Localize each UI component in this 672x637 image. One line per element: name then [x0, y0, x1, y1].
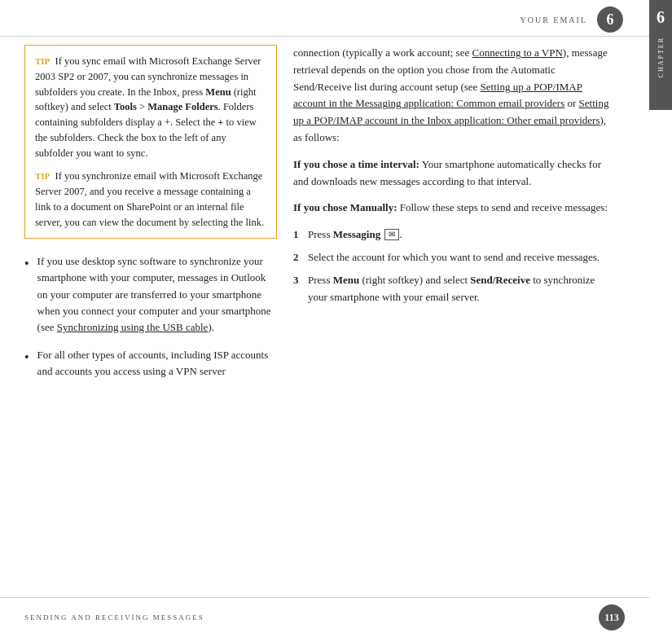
bullet-dot-2: • — [24, 348, 29, 368]
messaging-icon — [384, 229, 399, 240]
step-2-text: Select the account for which you want to… — [308, 249, 600, 266]
steps-list: 1 Press Messaging . 2 Select the account… — [293, 226, 610, 305]
time-interval-para: If you chose a time interval: Your smart… — [293, 156, 610, 191]
bullet-list: • If you use desktop sync software to sy… — [24, 253, 277, 380]
step-3-text: Press Menu (right softkey) and select Se… — [308, 272, 610, 305]
chapter-badge: 6 — [597, 7, 623, 33]
tip2: TIP If you synchronize email with Micros… — [35, 169, 266, 230]
manually-bold: If you chose Manually: — [293, 201, 397, 213]
bullet-dot-1: • — [24, 254, 29, 275]
footer-page-number: 113 — [599, 604, 625, 630]
step-3: 3 Press Menu (right softkey) and select … — [293, 272, 610, 305]
tip1-gt: > — [137, 101, 147, 112]
chapter-tab: 6 CHAPTER — [649, 0, 672, 110]
manually-para: If you chose Manually: Follow these step… — [293, 200, 610, 217]
right-column: connection (typically a work account; se… — [293, 45, 610, 391]
page-footer: SENDING AND RECEIVING MESSAGES 113 — [0, 597, 649, 637]
intro-paragraph: connection (typically a work account; se… — [293, 45, 610, 147]
step-1-text: Press Messaging . — [308, 226, 402, 243]
step-3-menu-bold: Menu — [333, 274, 360, 286]
tip-box: TIP If you sync email with Microsoft Exc… — [24, 45, 277, 239]
chapter-tab-number: 6 — [657, 8, 665, 27]
step-1-messaging-bold: Messaging — [333, 228, 381, 240]
pop-imap-common-link[interactable]: Setting up a POP/IMAP account in the Mes… — [293, 81, 582, 110]
footer-text: SENDING AND RECEIVING MESSAGES — [24, 613, 204, 622]
step-1-num: 1 — [293, 226, 308, 243]
bullet-item-2: • For all other types of accounts, inclu… — [24, 347, 277, 380]
header-title: YOUR EMAIL — [520, 15, 588, 24]
step-3-send-receive-bold: Send/Receive — [470, 274, 530, 286]
step-2-num: 2 — [293, 249, 308, 266]
step-2: 2 Select the account for which you want … — [293, 249, 610, 266]
tip1: TIP If you sync email with Microsoft Exc… — [35, 54, 266, 160]
connecting-vpn-link[interactable]: Connecting to a VPN — [472, 46, 562, 59]
tip2-text: If you synchronize email with Microsoft … — [35, 170, 264, 227]
bullet-text-1: If you use desktop sync software to sync… — [37, 253, 277, 336]
sync-usb-link[interactable]: Synchronizing using the USB cable — [57, 321, 209, 333]
chapter-tab-label: CHAPTER — [657, 37, 665, 77]
step-3-num: 3 — [293, 272, 308, 288]
bullet-item-1: • If you use desktop sync software to sy… — [24, 253, 277, 336]
tip1-label: TIP — [35, 56, 50, 66]
step-1: 1 Press Messaging . — [293, 226, 610, 243]
left-column: TIP If you sync email with Microsoft Exc… — [24, 45, 277, 391]
page-header: YOUR EMAIL 6 — [0, 0, 672, 37]
time-interval-bold: If you chose a time interval: — [293, 158, 419, 170]
bullet-text-2: For all other types of accounts, includi… — [37, 347, 277, 380]
main-content: TIP If you sync email with Microsoft Exc… — [0, 37, 649, 399]
tip2-label: TIP — [35, 171, 50, 181]
tip1-tools: Tools — [114, 101, 137, 112]
tip1-menu: Menu — [205, 86, 231, 98]
tip1-manage: Manage Folders — [147, 101, 217, 112]
